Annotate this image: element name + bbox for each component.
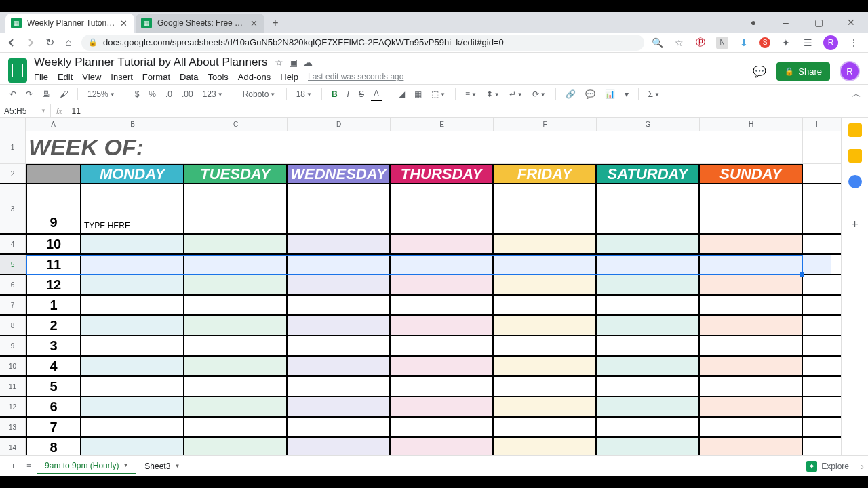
- insert-link-button[interactable]: 🔗: [563, 88, 578, 100]
- col-header-i[interactable]: I: [803, 118, 831, 131]
- cell[interactable]: [700, 418, 803, 436]
- col-header-f[interactable]: F: [494, 118, 597, 131]
- cell[interactable]: 6: [26, 397, 81, 416]
- cell[interactable]: [494, 296, 597, 314]
- star-icon[interactable]: ☆: [275, 57, 283, 68]
- row-header[interactable]: 3: [0, 184, 26, 233]
- format-percent-button[interactable]: %: [146, 88, 159, 100]
- cell[interactable]: SATURDAY: [597, 164, 700, 183]
- cell[interactable]: [700, 296, 803, 314]
- document-title[interactable]: Weekly Planner Tutorial by All About Pla…: [34, 56, 268, 69]
- window-maximize-icon[interactable]: ▢: [808, 12, 829, 33]
- col-header-e[interactable]: E: [391, 118, 494, 131]
- cell[interactable]: [803, 275, 831, 294]
- cell[interactable]: WEDNESDAY: [288, 164, 391, 183]
- reading-list-icon[interactable]: ☰: [802, 37, 814, 49]
- select-all-corner[interactable]: [0, 118, 26, 131]
- cell[interactable]: [81, 316, 184, 335]
- cell[interactable]: [184, 275, 288, 294]
- borders-button[interactable]: ▦: [412, 88, 425, 100]
- cell[interactable]: [597, 275, 700, 294]
- insert-comment-button[interactable]: 💬: [583, 88, 598, 100]
- cell[interactable]: [494, 316, 597, 335]
- row-header[interactable]: 12: [0, 397, 26, 416]
- cell[interactable]: [803, 316, 831, 335]
- cell[interactable]: [597, 296, 700, 314]
- add-sheet-button[interactable]: +: [5, 459, 21, 474]
- collapse-toolbar-icon[interactable]: ︿: [852, 88, 861, 100]
- cell[interactable]: [391, 377, 494, 396]
- cell[interactable]: [700, 357, 803, 375]
- row-header[interactable]: 11: [0, 377, 26, 396]
- share-button[interactable]: 🔒 Share: [776, 62, 830, 81]
- v-align-button[interactable]: ⬍▼: [484, 88, 502, 100]
- cloud-status-icon[interactable]: ☁: [303, 57, 313, 68]
- decrease-decimal-button[interactable]: .0: [163, 88, 175, 100]
- cell[interactable]: [494, 275, 597, 294]
- cell[interactable]: [803, 377, 831, 396]
- strikethrough-button[interactable]: S: [356, 88, 367, 100]
- cell[interactable]: [494, 336, 597, 355]
- row-header[interactable]: 4: [0, 235, 26, 253]
- cell[interactable]: [494, 377, 597, 396]
- menu-file[interactable]: File: [34, 72, 48, 82]
- cell[interactable]: [597, 184, 700, 233]
- new-tab-button[interactable]: +: [266, 14, 285, 33]
- cell[interactable]: 8: [26, 438, 81, 455]
- cell[interactable]: [700, 438, 803, 455]
- sheet-grid[interactable]: 1WEEK OF:2MONDAYTUESDAYWEDNESDAYTHURSDAY…: [0, 131, 841, 455]
- show-side-panel-icon[interactable]: ›: [861, 461, 864, 472]
- all-sheets-button[interactable]: ≡: [21, 459, 37, 474]
- insert-chart-button[interactable]: 📊: [602, 88, 618, 100]
- sheets-logo-icon[interactable]: [8, 58, 27, 83]
- cell[interactable]: [803, 184, 831, 233]
- cell[interactable]: [288, 418, 391, 436]
- cell[interactable]: [803, 235, 831, 253]
- cell[interactable]: 4: [26, 357, 81, 375]
- cell[interactable]: [597, 255, 700, 274]
- cell[interactable]: [803, 296, 831, 314]
- col-header-d[interactable]: D: [288, 118, 391, 131]
- cell[interactable]: [700, 275, 803, 294]
- move-icon[interactable]: ▣: [289, 57, 298, 68]
- row-header[interactable]: 13: [0, 418, 26, 436]
- menu-tools[interactable]: Tools: [208, 72, 228, 82]
- cell[interactable]: 2: [26, 316, 81, 335]
- back-button[interactable]: [5, 37, 18, 49]
- filter-button[interactable]: ▾: [622, 88, 631, 100]
- cell[interactable]: [81, 235, 184, 253]
- cell[interactable]: [700, 255, 803, 274]
- row-header[interactable]: 10: [0, 357, 26, 375]
- format-currency-button[interactable]: $: [132, 88, 142, 100]
- cell[interactable]: [391, 316, 494, 335]
- row-header[interactable]: 2: [0, 164, 26, 183]
- close-tab-icon[interactable]: ✕: [119, 18, 129, 28]
- window-close-icon[interactable]: ✕: [841, 12, 861, 33]
- cell[interactable]: 9: [26, 184, 81, 233]
- profile-avatar[interactable]: R: [823, 35, 838, 50]
- cell[interactable]: [391, 255, 494, 274]
- formula-input[interactable]: 11: [67, 106, 868, 116]
- row-header[interactable]: 9: [0, 336, 26, 355]
- cell[interactable]: [288, 357, 391, 375]
- forward-button[interactable]: [24, 37, 37, 49]
- font-size-select[interactable]: 18▼: [294, 88, 315, 100]
- col-header-h[interactable]: H: [700, 118, 803, 131]
- cell[interactable]: [597, 397, 700, 416]
- cell[interactable]: [700, 316, 803, 335]
- cell[interactable]: 1: [26, 296, 81, 314]
- col-header-a[interactable]: A: [26, 118, 81, 131]
- cell[interactable]: [494, 235, 597, 253]
- cell[interactable]: [597, 235, 700, 253]
- row-header[interactable]: 5: [0, 255, 26, 274]
- sheet-tab[interactable]: Sheet3▼: [136, 459, 188, 474]
- cell[interactable]: TYPE HERE: [81, 184, 184, 233]
- cell[interactable]: [81, 438, 184, 455]
- wrap-button[interactable]: ↵▼: [507, 88, 526, 100]
- cell[interactable]: [700, 184, 803, 233]
- menu-help[interactable]: Help: [280, 72, 298, 82]
- add-addon-icon[interactable]: +: [851, 218, 859, 232]
- functions-button[interactable]: Σ▼: [646, 88, 663, 100]
- cell[interactable]: [184, 296, 288, 314]
- undo-button[interactable]: ↶: [7, 88, 19, 100]
